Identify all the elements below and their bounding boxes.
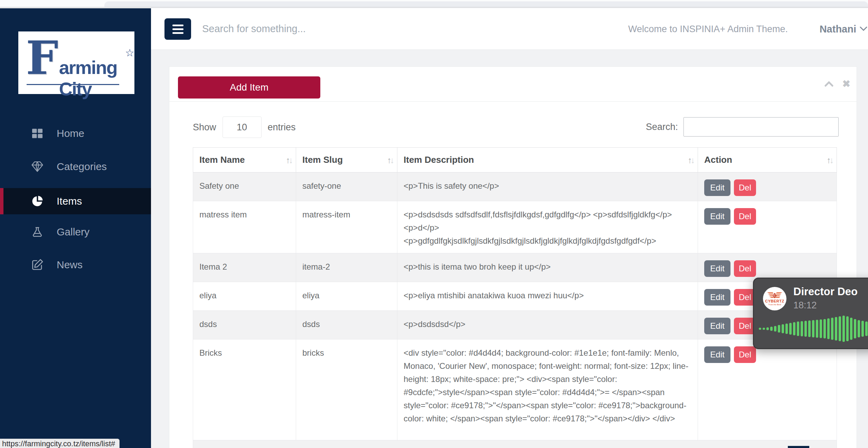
sidebar-item-label: Categories xyxy=(57,161,107,172)
table-header-row: Item Name↑↓ Item Slug↑↓ Item Description… xyxy=(193,148,837,172)
bottom-edge-fragment xyxy=(788,446,809,448)
col-header-item-name[interactable]: Item Name↑↓ xyxy=(193,148,296,172)
table-row: eliya eliya <p>eliya mtishibi anatakiwa … xyxy=(193,282,837,311)
cell-actions: EditDel xyxy=(698,339,837,440)
table-search-control: Search: xyxy=(646,117,839,137)
panel-header: Add Item ✖ xyxy=(169,67,857,102)
notification-title: Director Deo xyxy=(793,286,858,298)
cell-item-description: <div style="color: #d4d4d4; background-c… xyxy=(397,339,698,440)
grid-icon xyxy=(30,127,44,140)
page-size-control: Show 10 entries xyxy=(193,116,296,138)
audio-notification-card[interactable]: C CYBERTZ Trust the Best Director Deo 18… xyxy=(753,278,868,349)
chevron-up-icon[interactable] xyxy=(824,81,833,87)
page-size-select[interactable]: 10 xyxy=(223,116,262,138)
sort-icon: ↑↓ xyxy=(286,155,292,165)
edit-button[interactable]: Edit xyxy=(704,208,730,225)
table-search-input[interactable] xyxy=(683,117,839,137)
cell-item-slug: eliya xyxy=(296,282,397,311)
logo-letter-f: F xyxy=(26,38,58,78)
col-header-item-slug[interactable]: Item Slug↑↓ xyxy=(296,148,397,172)
logo-underline xyxy=(27,84,119,85)
table-row: Bricks bricks <div style="color: #d4d4d4… xyxy=(193,339,837,440)
sidebar-item-label: Items xyxy=(57,195,82,207)
show-label: Show xyxy=(193,122,216,133)
cell-item-slug: itema-2 xyxy=(296,253,397,282)
edit-button[interactable]: Edit xyxy=(704,289,730,306)
sidebar-item-gallery[interactable]: Gallery xyxy=(0,219,151,245)
items-panel: Add Item ✖ Show 10 entries Search: xyxy=(169,66,857,448)
sidebar-item-home[interactable]: Home xyxy=(0,120,151,147)
cybertz-wings-icon: C xyxy=(767,292,783,299)
logo[interactable]: Farming City☆ xyxy=(18,31,134,94)
cell-item-name: matress item xyxy=(193,201,296,253)
table-row-partial xyxy=(193,440,837,448)
star-icon: ☆ xyxy=(125,47,134,59)
col-header-action[interactable]: Action↑↓ xyxy=(698,148,837,172)
edit-button[interactable]: Edit xyxy=(704,318,730,334)
sidebar-item-categories[interactable]: Categories xyxy=(0,153,151,180)
user-menu[interactable]: Nathani xyxy=(820,23,867,35)
cell-item-slug: dsds xyxy=(296,311,397,339)
cell-item-description: <p>this is itema two broh keep it up</p> xyxy=(397,253,698,282)
sidebar-item-label: News xyxy=(57,259,83,271)
logo-text: Farming City☆ xyxy=(26,38,134,100)
close-icon[interactable]: ✖ xyxy=(842,79,850,89)
global-search-input[interactable] xyxy=(202,8,499,49)
cell-item-description: <p>eliya mtishibi anatakiwa kuoa mwezi h… xyxy=(397,282,698,311)
avatar-brand-text: CYBERTZ xyxy=(765,299,784,303)
flask-icon xyxy=(30,226,44,238)
panel-tools: ✖ xyxy=(824,79,850,89)
cell-actions: EditDel xyxy=(698,172,837,201)
delete-button[interactable]: Del xyxy=(734,179,756,196)
cell-item-name: Bricks xyxy=(193,339,296,440)
edit-button[interactable]: Edit xyxy=(704,179,730,196)
table-row: dsds dsds <p>dsdsdsd</p> EditDel xyxy=(193,311,837,339)
search-label: Search: xyxy=(646,122,678,132)
edit-button[interactable]: Edit xyxy=(704,346,730,363)
cell-item-slug: matress-item xyxy=(296,201,397,253)
col-header-item-description[interactable]: Item Description↑↓ xyxy=(397,148,698,172)
welcome-text: Welcome to INSPINIA+ Admin Theme. xyxy=(628,24,788,34)
sort-icon: ↑↓ xyxy=(827,155,832,165)
cell-item-description: <p>dsdsdsd</p> xyxy=(397,311,698,339)
entries-label: entries xyxy=(268,122,296,133)
cell-item-name: dsds xyxy=(193,311,296,339)
sidebar-item-news[interactable]: News xyxy=(0,252,151,278)
cell-item-description: <p>dsdsdsds sdfsdfsdlf,fdsflsjfdlkgdsf,g… xyxy=(397,201,698,253)
avatar-brand-subtext: Trust the Best xyxy=(768,303,781,306)
cell-item-name: eliya xyxy=(193,282,296,311)
diamond-icon xyxy=(30,161,44,172)
cell-actions: EditDel xyxy=(698,201,837,253)
browser-top-strip xyxy=(0,0,868,8)
menu-toggle-button[interactable] xyxy=(164,18,191,40)
hamburger-icon xyxy=(172,25,183,26)
status-url-tooltip: https://farmingcity.co.tz/items/list# xyxy=(0,439,120,448)
sidebar-item-label: Home xyxy=(57,128,84,139)
edit-button[interactable]: Edit xyxy=(704,260,730,277)
cell-item-description: <p>This is safety one</p> xyxy=(397,172,698,201)
svg-text:C: C xyxy=(774,294,776,297)
cell-item-slug: safety-one xyxy=(296,172,397,201)
username: Nathani xyxy=(820,23,856,35)
sidebar-item-items[interactable]: Items xyxy=(0,188,151,214)
cell-item-slug: bricks xyxy=(296,339,397,440)
table-row: matress item matress-item <p>dsdsdsds sd… xyxy=(193,201,837,253)
cell-item-name: Itema 2 xyxy=(193,253,296,282)
browser-tab-region xyxy=(104,1,868,7)
sidebar: Farming City☆ Home Categories Items xyxy=(0,8,151,448)
cell-item-name: Safety one xyxy=(193,172,296,201)
chevron-down-icon xyxy=(860,27,867,31)
items-table: Item Name↑↓ Item Slug↑↓ Item Description… xyxy=(193,147,837,448)
edit-icon xyxy=(30,259,44,271)
delete-button[interactable]: Del xyxy=(734,346,756,363)
app-root: Farming City☆ Home Categories Items xyxy=(0,0,868,448)
waveform xyxy=(759,313,868,345)
delete-button[interactable]: Del xyxy=(734,260,756,277)
delete-button[interactable]: Del xyxy=(734,208,756,225)
logo-rest: arming City xyxy=(59,57,125,100)
sort-icon: ↑↓ xyxy=(688,155,694,165)
notification-time: 18:12 xyxy=(793,300,817,311)
table-row: Itema 2 itema-2 <p>this is itema two bro… xyxy=(193,253,837,282)
sidebar-item-label: Gallery xyxy=(57,226,89,238)
add-item-button[interactable]: Add Item xyxy=(178,76,320,99)
